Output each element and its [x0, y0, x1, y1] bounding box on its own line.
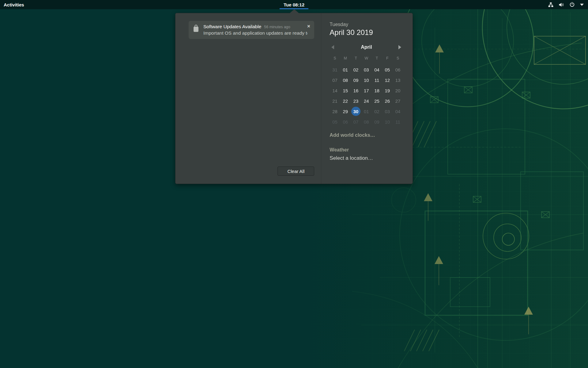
- calendar-weekday-label: Tuesday: [330, 22, 413, 27]
- day-of-week-header: T: [371, 54, 382, 63]
- calendar-day[interactable]: 04: [371, 64, 382, 75]
- calendar-day[interactable]: 23: [351, 96, 361, 106]
- top-bar: Activities Tue 08:12: [0, 0, 588, 9]
- calendar-day[interactable]: 08: [361, 117, 371, 127]
- calendar-day[interactable]: 26: [382, 96, 393, 106]
- add-world-clocks-button[interactable]: Add world clocks…: [330, 132, 413, 138]
- calendar-day[interactable]: 31: [330, 64, 340, 75]
- day-of-week-header: W: [361, 54, 371, 63]
- calendar-day[interactable]: 11: [393, 117, 403, 127]
- calendar-day[interactable]: 02: [351, 64, 361, 75]
- calendar-day[interactable]: 06: [393, 64, 403, 75]
- volume-icon: [559, 2, 564, 7]
- weather-select-location-button[interactable]: Select a location…: [330, 155, 413, 161]
- calendar-day[interactable]: 08: [340, 75, 351, 85]
- clear-all-button[interactable]: Clear All: [277, 167, 314, 176]
- calendar-day[interactable]: 15: [340, 85, 351, 96]
- calendar-day[interactable]: 20: [393, 85, 403, 96]
- calendar-day[interactable]: 05: [330, 117, 340, 127]
- calendar-day[interactable]: 09: [351, 75, 361, 85]
- notification-time: 56 minutes ago: [264, 25, 290, 29]
- clock-label: Tue 08:12: [284, 2, 304, 7]
- network-wired-icon: [548, 2, 553, 7]
- calendar-day[interactable]: 09: [371, 117, 382, 127]
- calendar-day[interactable]: 21: [330, 96, 340, 106]
- calendar-day[interactable]: 07: [351, 117, 361, 127]
- calendar-day[interactable]: 25: [371, 96, 382, 106]
- calendar-day[interactable]: 05: [382, 64, 393, 75]
- calendar-day[interactable]: 28: [330, 106, 340, 117]
- next-month-icon[interactable]: [398, 45, 401, 49]
- day-of-week-header: M: [340, 54, 351, 63]
- calendar-day[interactable]: 07: [330, 75, 340, 85]
- calendar-section: Tuesday April 30 2019 April SMTWTFS31010…: [321, 13, 413, 184]
- calendar-grid: SMTWTFS310102030405060708091011121314151…: [330, 54, 403, 127]
- calendar-day[interactable]: 03: [361, 64, 371, 75]
- day-of-week-header: S: [393, 54, 403, 63]
- calendar-day[interactable]: 11: [371, 75, 382, 85]
- calendar-day[interactable]: 29: [340, 106, 351, 117]
- clock-button[interactable]: Tue 08:12: [280, 0, 308, 9]
- calendar-day[interactable]: 17: [361, 85, 371, 96]
- weather-heading: Weather: [330, 147, 413, 153]
- calendar-day[interactable]: 18: [371, 85, 382, 96]
- calendar-date-label: April 30 2019: [330, 28, 413, 37]
- day-of-week-header: F: [382, 54, 393, 63]
- calendar-day[interactable]: 06: [340, 117, 351, 127]
- calendar-day[interactable]: 01: [340, 64, 351, 75]
- system-tray-button[interactable]: [544, 0, 588, 9]
- calendar-day[interactable]: 27: [393, 96, 403, 106]
- calendar-month-nav: April: [330, 44, 403, 50]
- calendar-day[interactable]: 19: [382, 85, 393, 96]
- calendar-day[interactable]: 03: [382, 106, 393, 117]
- activities-button[interactable]: Activities: [0, 0, 28, 9]
- calendar-day-selected[interactable]: 30: [351, 106, 361, 117]
- calendar-day[interactable]: 12: [382, 75, 393, 85]
- power-icon: [569, 2, 575, 7]
- calendar-day[interactable]: 10: [361, 75, 371, 85]
- popover-arrow: [290, 9, 299, 13]
- calendar-day[interactable]: 14: [330, 85, 340, 96]
- notification-list: Software Updates Available 56 minutes ag…: [175, 13, 321, 184]
- calendar-month-label: April: [361, 44, 372, 50]
- prev-month-icon[interactable]: [331, 45, 334, 49]
- notification-title: Software Updates Available: [203, 24, 261, 29]
- calendar-popover: Software Updates Available 56 minutes ag…: [175, 13, 413, 184]
- calendar-day[interactable]: 04: [393, 106, 403, 117]
- calendar-day[interactable]: 13: [393, 75, 403, 85]
- clock-active-underline: [280, 8, 308, 9]
- calendar-day[interactable]: 02: [371, 106, 382, 117]
- calendar-day[interactable]: 01: [361, 106, 371, 117]
- day-of-week-header: S: [330, 54, 340, 63]
- notification-text: Software Updates Available 56 minutes ag…: [203, 24, 311, 36]
- calendar-day[interactable]: 24: [361, 96, 371, 106]
- day-of-week-header: T: [351, 54, 361, 63]
- calendar-day[interactable]: 22: [340, 96, 351, 106]
- calendar-day[interactable]: 10: [382, 117, 393, 127]
- chevron-down-icon: [580, 4, 584, 6]
- calendar-day[interactable]: 16: [351, 85, 361, 96]
- close-icon[interactable]: ×: [307, 24, 310, 29]
- software-bag-icon: [193, 25, 199, 34]
- notification-body: Important OS and application updates are…: [203, 30, 307, 36]
- notification-card[interactable]: Software Updates Available 56 minutes ag…: [189, 21, 314, 39]
